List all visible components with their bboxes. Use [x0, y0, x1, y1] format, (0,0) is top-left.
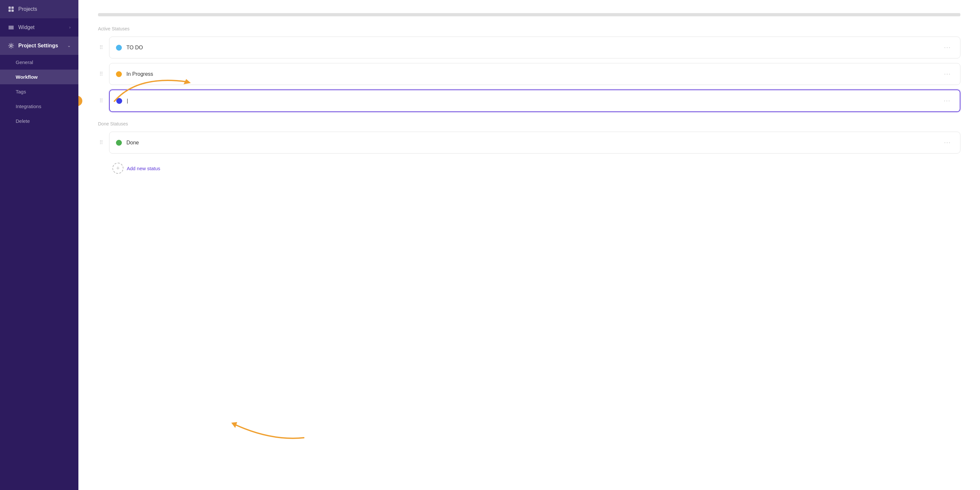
svg-rect-2: [8, 10, 11, 12]
svg-marker-9: [231, 422, 237, 428]
sidebar-item-project-settings-label: Project Settings: [18, 43, 58, 49]
svg-rect-0: [8, 6, 11, 9]
status-dot-new: [116, 98, 122, 104]
status-name-done: Done: [126, 140, 937, 146]
annotation-arrow-1: [193, 405, 356, 451]
active-status-list: ⠿ TO DO ··· ⠿ In Progress ··· ⠿ ···: [98, 37, 960, 112]
chevron-down-icon: ⌄: [67, 43, 70, 48]
svg-rect-6: [8, 29, 14, 29]
sidebar-item-widget[interactable]: Widget ›: [0, 18, 78, 37]
more-options-in-progress[interactable]: ···: [942, 69, 953, 79]
sidebar-item-integrations[interactable]: Integrations: [0, 99, 78, 114]
status-dot-done: [116, 140, 122, 146]
sidebar-item-project-settings[interactable]: Project Settings ⌄: [0, 37, 78, 55]
drag-handle-icon[interactable]: ⠿: [98, 70, 105, 78]
table-row: ⠿ Done ···: [98, 132, 960, 154]
status-dot-in-progress: [116, 71, 122, 77]
drag-handle-icon[interactable]: ⠿: [98, 96, 105, 105]
svg-rect-5: [8, 27, 14, 28]
top-bar-partial: [98, 13, 960, 16]
status-card-new[interactable]: ···: [109, 89, 960, 112]
done-statuses-label: Done Statuses: [98, 121, 960, 126]
table-row: ⠿ In Progress ···: [98, 63, 960, 85]
status-dot-todo: [116, 45, 122, 51]
status-card-todo[interactable]: TO DO ···: [109, 37, 960, 59]
main-content: Active Statuses ⠿ TO DO ··· ⠿ In Progres…: [78, 0, 980, 490]
add-status-button[interactable]: + Add new status 1: [112, 163, 960, 174]
status-card-in-progress[interactable]: In Progress ···: [109, 63, 960, 85]
sidebar: Projects Widget › Project Settings ⌄ Gen…: [0, 0, 78, 490]
table-row: ⠿ ··· 2: [98, 89, 960, 112]
project-settings-subnav: General Workflow Tags Integrations Delet…: [0, 55, 78, 128]
annotation-badge-2: 2: [78, 96, 82, 106]
grid-icon: [8, 6, 14, 13]
add-status-circle-icon: +: [112, 163, 124, 174]
more-options-new[interactable]: ···: [941, 96, 953, 105]
svg-point-7: [10, 45, 12, 47]
sidebar-item-delete[interactable]: Delete: [0, 114, 78, 128]
sidebar-item-workflow[interactable]: Workflow: [0, 70, 78, 84]
more-options-todo[interactable]: ···: [942, 43, 953, 52]
status-name-todo: TO DO: [126, 45, 937, 51]
widget-icon: [8, 24, 14, 31]
sidebar-item-projects[interactable]: Projects: [0, 0, 78, 18]
status-name-new-input[interactable]: [127, 98, 937, 104]
done-status-list: ⠿ Done ···: [98, 132, 960, 154]
drag-handle-icon[interactable]: ⠿: [98, 138, 105, 147]
status-card-done[interactable]: Done ···: [109, 132, 960, 154]
sidebar-item-widget-label: Widget: [18, 24, 35, 30]
sidebar-item-general[interactable]: General: [0, 55, 78, 70]
active-statuses-label: Active Statuses: [98, 26, 960, 31]
svg-rect-1: [11, 6, 14, 9]
drag-handle-icon[interactable]: ⠿: [98, 43, 105, 52]
svg-rect-4: [8, 26, 14, 27]
settings-icon: [8, 43, 14, 49]
status-name-in-progress: In Progress: [126, 71, 937, 77]
table-row: ⠿ TO DO ···: [98, 37, 960, 59]
more-options-done[interactable]: ···: [942, 138, 953, 147]
chevron-right-icon: ›: [69, 25, 70, 30]
sidebar-item-projects-label: Projects: [18, 6, 37, 12]
sidebar-item-tags[interactable]: Tags: [0, 84, 78, 99]
add-status-text: Add new status: [127, 165, 161, 171]
svg-rect-3: [11, 10, 14, 12]
